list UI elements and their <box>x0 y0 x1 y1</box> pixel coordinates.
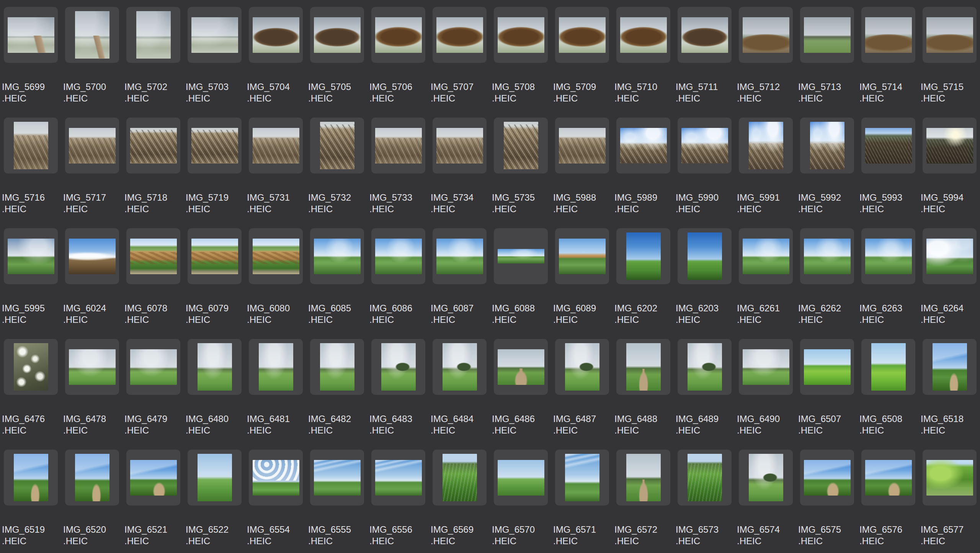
thumbnail-card[interactable] <box>249 7 303 63</box>
file-tile[interactable]: IMG_5991.HEIC <box>735 111 796 221</box>
thumbnail-card[interactable] <box>126 118 180 173</box>
thumbnail-card[interactable] <box>371 7 425 63</box>
file-tile[interactable]: IMG_6575.HEIC <box>796 443 858 553</box>
file-tile[interactable]: IMG_5734.HEIC <box>429 111 490 221</box>
thumbnail-card[interactable] <box>4 228 58 284</box>
file-tile[interactable]: IMG_6484.HEIC <box>429 332 490 443</box>
file-tile[interactable]: IMG_6571.HEIC <box>551 443 612 553</box>
thumbnail-card[interactable] <box>310 118 364 173</box>
thumbnail-card[interactable] <box>678 228 732 284</box>
file-tile[interactable]: IMG_6522.HEIC <box>184 443 245 553</box>
thumbnail-card[interactable] <box>494 450 548 506</box>
thumbnail-card[interactable] <box>494 7 548 63</box>
thumbnail-card[interactable] <box>555 228 609 284</box>
thumbnail-card[interactable] <box>433 118 487 173</box>
thumbnail-card[interactable] <box>555 118 609 173</box>
thumbnail-card[interactable] <box>188 118 242 173</box>
thumbnail-card[interactable] <box>249 228 303 284</box>
file-tile[interactable]: IMG_6078.HEIC <box>122 221 184 332</box>
thumbnail-card[interactable] <box>861 339 915 395</box>
thumbnail-card[interactable] <box>371 339 425 395</box>
file-tile[interactable]: IMG_6264.HEIC <box>919 221 980 332</box>
thumbnail-card[interactable] <box>249 450 303 506</box>
thumbnail-card[interactable] <box>800 339 854 395</box>
file-tile[interactable]: IMG_6480.HEIC <box>184 332 245 443</box>
file-tile[interactable]: IMG_5710.HEIC <box>612 0 674 111</box>
thumbnail-card[interactable] <box>371 118 425 173</box>
file-tile[interactable]: IMG_5711.HEIC <box>674 0 735 111</box>
thumbnail-card[interactable] <box>188 7 242 63</box>
file-tile[interactable]: IMG_6483.HEIC <box>368 332 429 443</box>
file-tile[interactable]: IMG_5714.HEIC <box>858 0 919 111</box>
thumbnail-card[interactable] <box>310 7 364 63</box>
file-tile[interactable]: IMG_6080.HEIC <box>245 221 306 332</box>
thumbnail-card[interactable] <box>678 339 732 395</box>
file-tile[interactable]: IMG_5712.HEIC <box>735 0 796 111</box>
thumbnail-card[interactable] <box>800 228 854 284</box>
file-tile[interactable]: IMG_5700.HEIC <box>61 0 122 111</box>
file-tile[interactable]: IMG_6577.HEIC <box>919 443 980 553</box>
file-tile[interactable]: IMG_6263.HEIC <box>858 221 919 332</box>
file-tile[interactable]: IMG_5699.HEIC <box>0 0 61 111</box>
file-tile[interactable]: IMG_5719.HEIC <box>184 111 245 221</box>
thumbnail-card[interactable] <box>494 339 548 395</box>
thumbnail-card[interactable] <box>739 118 793 173</box>
file-tile[interactable]: IMG_5717.HEIC <box>61 111 122 221</box>
thumbnail-card[interactable] <box>616 7 670 63</box>
file-tile[interactable]: IMG_5990.HEIC <box>674 111 735 221</box>
file-tile[interactable]: IMG_6024.HEIC <box>61 221 122 332</box>
file-tile[interactable]: IMG_6508.HEIC <box>858 332 919 443</box>
file-tile[interactable]: IMG_5718.HEIC <box>122 111 184 221</box>
thumbnail-card[interactable] <box>861 7 915 63</box>
file-tile[interactable]: IMG_5707.HEIC <box>429 0 490 111</box>
thumbnail-card[interactable] <box>923 450 977 506</box>
thumbnail-card[interactable] <box>433 7 487 63</box>
thumbnail-card[interactable] <box>65 339 119 395</box>
thumbnail-card[interactable] <box>4 339 58 395</box>
thumbnail-card[interactable] <box>923 228 977 284</box>
file-tile[interactable]: IMG_6572.HEIC <box>612 443 674 553</box>
thumbnail-card[interactable] <box>923 7 977 63</box>
thumbnail-card[interactable] <box>555 339 609 395</box>
thumbnail-card[interactable] <box>188 339 242 395</box>
file-tile[interactable]: IMG_5702.HEIC <box>122 0 184 111</box>
thumbnail-card[interactable] <box>861 228 915 284</box>
thumbnail-card[interactable] <box>739 450 793 506</box>
thumbnail-card[interactable] <box>678 450 732 506</box>
file-tile[interactable]: IMG_5731.HEIC <box>245 111 306 221</box>
file-tile[interactable]: IMG_6520.HEIC <box>61 443 122 553</box>
file-tile[interactable]: IMG_6556.HEIC <box>368 443 429 553</box>
thumbnail-card[interactable] <box>739 339 793 395</box>
file-tile[interactable]: IMG_5735.HEIC <box>490 111 551 221</box>
file-tile[interactable]: IMG_6087.HEIC <box>429 221 490 332</box>
file-tile[interactable]: IMG_6507.HEIC <box>796 332 858 443</box>
file-tile[interactable]: IMG_6488.HEIC <box>612 332 674 443</box>
file-tile[interactable]: IMG_6570.HEIC <box>490 443 551 553</box>
file-tile[interactable]: IMG_6481.HEIC <box>245 332 306 443</box>
thumbnail-card[interactable] <box>800 7 854 63</box>
file-tile[interactable]: IMG_6085.HEIC <box>306 221 368 332</box>
thumbnail-card[interactable] <box>678 7 732 63</box>
file-tile[interactable]: IMG_5705.HEIC <box>306 0 368 111</box>
file-tile[interactable]: IMG_6554.HEIC <box>245 443 306 553</box>
thumbnail-card[interactable] <box>249 339 303 395</box>
file-tile[interactable]: IMG_6521.HEIC <box>122 443 184 553</box>
file-tile[interactable]: IMG_5732.HEIC <box>306 111 368 221</box>
thumbnail-card[interactable] <box>494 118 548 173</box>
file-tile[interactable]: IMG_6476.HEIC <box>0 332 61 443</box>
file-tile[interactable]: IMG_6203.HEIC <box>674 221 735 332</box>
file-tile[interactable]: IMG_6089.HEIC <box>551 221 612 332</box>
thumbnail-card[interactable] <box>4 118 58 173</box>
thumbnail-card[interactable] <box>310 228 364 284</box>
thumbnail-card[interactable] <box>433 228 487 284</box>
file-tile[interactable]: IMG_5993.HEIC <box>858 111 919 221</box>
file-tile[interactable]: IMG_6576.HEIC <box>858 443 919 553</box>
file-tile[interactable]: IMG_5708.HEIC <box>490 0 551 111</box>
thumbnail-card[interactable] <box>494 228 548 284</box>
file-tile[interactable]: IMG_6518.HEIC <box>919 332 980 443</box>
file-tile[interactable]: IMG_6261.HEIC <box>735 221 796 332</box>
file-tile[interactable]: IMG_5709.HEIC <box>551 0 612 111</box>
file-tile[interactable]: IMG_6262.HEIC <box>796 221 858 332</box>
thumbnail-card[interactable] <box>800 118 854 173</box>
file-tile[interactable]: IMG_5715.HEIC <box>919 0 980 111</box>
